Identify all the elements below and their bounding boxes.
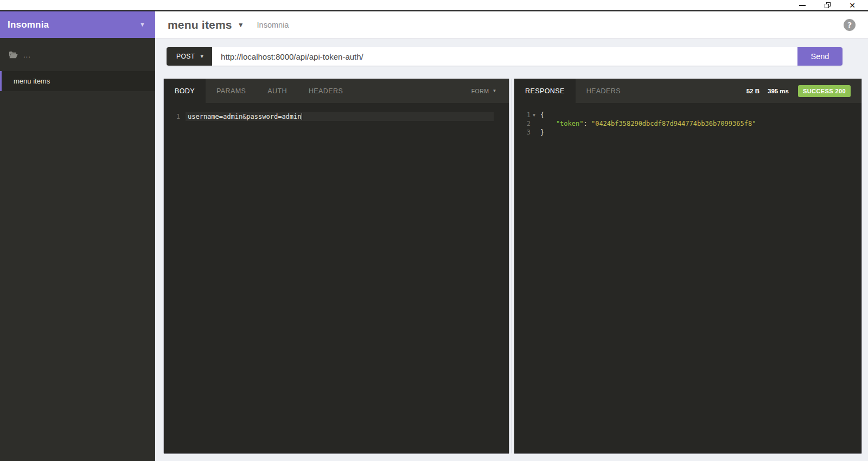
tab-params[interactable]: PARAMS — [206, 79, 257, 103]
minimize-button[interactable] — [790, 0, 815, 10]
response-tabbar-right: 52 B 395 ms SUCCESS 200 — [746, 79, 861, 103]
request-response-panels: BODY PARAMS AUTH HEADERS FORM ▼ — [164, 79, 861, 453]
request-title-dropdown[interactable]: menu items ▼ — [168, 18, 244, 31]
open-folder-icon — [9, 51, 18, 59]
response-line: "token": "0424bf358290dbcdf87d944774bb36… — [540, 119, 861, 128]
editor-gutter: 1 — [164, 112, 186, 453]
request-tabbar-right: FORM ▼ — [470, 79, 509, 103]
close-button[interactable]: ✕ — [840, 0, 865, 10]
request-url-bar: POST ▼ Send — [167, 47, 843, 66]
help-icon: ? — [847, 21, 852, 29]
response-time: 395 ms — [768, 88, 789, 94]
response-code-area: { "token": "0424bf358290dbcdf87d944774bb… — [531, 111, 861, 453]
sidebar-item-label: menu items — [14, 77, 50, 85]
chevron-down-icon: ▼ — [238, 22, 244, 28]
folder-label: ... — [23, 51, 31, 59]
minimize-icon — [799, 5, 806, 6]
method-label: POST — [176, 53, 195, 60]
line-number: 1▼ — [514, 111, 531, 119]
os-titlebar: ✕ — [0, 0, 868, 11]
restore-button[interactable] — [815, 0, 840, 10]
status-badge: SUCCESS 200 — [798, 85, 851, 97]
response-panel: RESPONSE HEADERS 52 B 395 ms SUCCESS 200… — [514, 79, 861, 453]
tab-auth[interactable]: AUTH — [257, 79, 298, 103]
body-content: username=admin&password=admin — [188, 113, 302, 120]
restore-icon — [825, 2, 831, 8]
sidebar-item-menu-items[interactable]: menu items — [0, 71, 155, 91]
workspace-dropdown[interactable]: Insomnia ▼ — [0, 11, 155, 38]
fold-caret-icon[interactable]: ▼ — [533, 111, 535, 120]
response-tabbar: RESPONSE HEADERS 52 B 395 ms SUCCESS 200 — [514, 79, 861, 103]
chevron-down-icon: ▼ — [139, 22, 145, 28]
tab-headers[interactable]: HEADERS — [298, 79, 354, 103]
response-body-viewer[interactable]: 1▼ 2 3 { "token": "0424bf358290dbcdf87d9… — [514, 103, 861, 453]
tab-response[interactable]: RESPONSE — [514, 79, 576, 103]
line-number: 1 — [164, 112, 186, 121]
panel-resize-handle[interactable] — [509, 79, 514, 453]
body-type-dropdown[interactable]: FORM ▼ — [470, 85, 498, 98]
response-line: { — [540, 111, 861, 119]
close-icon: ✕ — [849, 2, 856, 9]
request-panel: BODY PARAMS AUTH HEADERS FORM ▼ — [164, 79, 509, 453]
request-body-editor[interactable]: 1 username=admin&password=admin — [164, 103, 509, 453]
text-cursor — [302, 113, 302, 120]
request-tabbar: BODY PARAMS AUTH HEADERS FORM ▼ — [164, 79, 509, 103]
response-gutter: 1▼ 2 3 — [514, 111, 531, 453]
request-title: menu items — [168, 18, 232, 31]
sidebar: Insomnia ▼ ... menu items — [0, 11, 155, 461]
method-dropdown[interactable]: POST ▼ — [167, 47, 212, 66]
workspace-breadcrumb: Insomnia — [257, 21, 289, 29]
panel-divider-line — [512, 79, 512, 453]
help-button[interactable]: ? — [844, 19, 856, 31]
chevron-down-icon: ▼ — [200, 54, 205, 59]
tab-body[interactable]: BODY — [164, 79, 206, 103]
workspace-title: Insomnia — [8, 20, 139, 30]
url-input[interactable] — [212, 47, 797, 66]
main-header: menu items ▼ Insomnia ? — [155, 11, 868, 39]
response-size: 52 B — [746, 88, 760, 94]
app-window: ✕ Insomnia ▼ ... menu items men — [0, 0, 868, 461]
editor-line[interactable]: username=admin&password=admin — [186, 112, 494, 121]
main-area: menu items ▼ Insomnia ? POST ▼ Send — [155, 11, 868, 461]
line-number: 3 — [514, 128, 531, 137]
send-button[interactable]: Send — [797, 47, 843, 66]
body-type-label: FORM — [471, 88, 489, 94]
line-number: 2 — [514, 119, 531, 128]
chevron-down-icon: ▼ — [493, 89, 497, 93]
tab-response-headers[interactable]: HEADERS — [576, 79, 631, 103]
editor-code-area: username=admin&password=admin — [186, 112, 509, 453]
sidebar-folder-row[interactable]: ... — [0, 43, 155, 66]
response-line: } — [540, 128, 861, 137]
